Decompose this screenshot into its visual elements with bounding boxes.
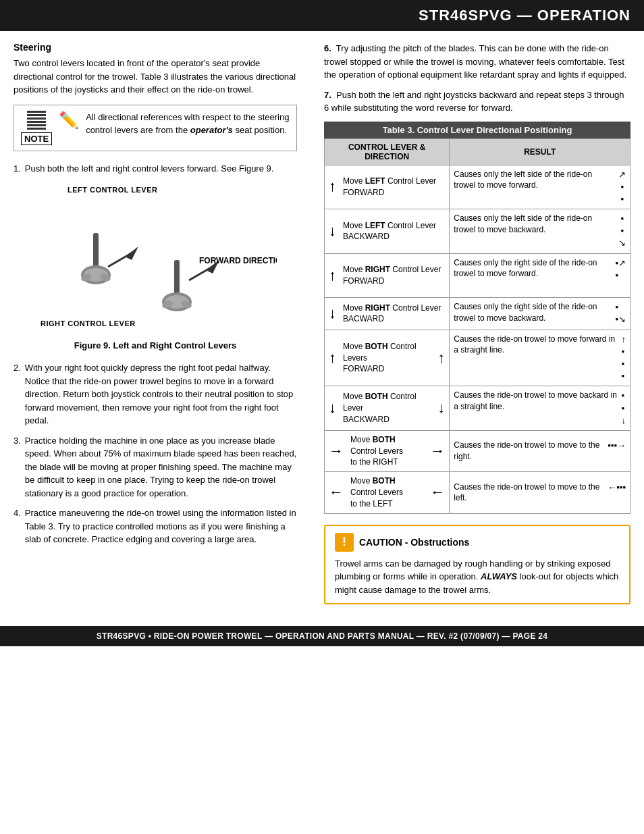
- control-table: Table 3. Control Lever Directional Posit…: [324, 122, 630, 514]
- svg-rect-0: [93, 233, 99, 270]
- step-4: 4. Practice maneuvering the ride-on trow…: [14, 506, 297, 546]
- steering-heading: Steering: [14, 42, 297, 53]
- lever-cell-1: ↑ Move LEFT Control LeverFORWARD: [325, 165, 450, 209]
- table-row: ↓ Move LEFT Control LeverBACKWARD Causes…: [325, 209, 630, 254]
- caution-icon: !: [335, 533, 354, 552]
- lever-cell-2: ↓ Move LEFT Control LeverBACKWARD: [325, 209, 450, 254]
- result-cell-1: Causes only the left side of the ride-on…: [450, 165, 630, 209]
- step-1: 1. Push both the left and right control …: [14, 162, 297, 176]
- step-3: 3. Practice holding the machine in one p…: [14, 434, 297, 500]
- page-content: Steering Two control levers located in f…: [0, 31, 644, 615]
- table-col2: RESULT: [450, 138, 630, 165]
- result-cell-4: Causes only the right side of the ride-o…: [450, 298, 630, 330]
- caution-header: ! CAUTION - Obstructions: [335, 533, 620, 552]
- lever-text-3: Move RIGHT Control LeverFORWARD: [343, 264, 441, 287]
- result-cell-8: Causes the ride-on trowel to move to the…: [450, 472, 630, 513]
- result-text-8: Causes the ride-on trowel to move to the…: [454, 481, 605, 504]
- step-7-text: Push both the left and right joysticks b…: [324, 90, 624, 113]
- result-text-1: Causes only the left side of the ride-on…: [454, 169, 616, 192]
- result-cell-6: Causes the ride-on trowel to move backar…: [450, 386, 630, 431]
- lever-cell-7: → Move BOTH Control Leversto the RIGHT →: [325, 430, 450, 471]
- step-2-text: With your right foot quickly depress the…: [25, 361, 297, 427]
- result-icon-6: ▪▪↓: [622, 390, 626, 427]
- lever-cell-5: ↑ Move BOTH Control LeversFORWARD ↑: [325, 330, 450, 386]
- step-1-text: Push both the left and right control lev…: [25, 162, 274, 176]
- note-text: All directional references with respect …: [86, 111, 290, 137]
- intro-text: Two control levers located in front of t…: [14, 57, 297, 97]
- figure-9-svg: FORWARD DIRECTION: [34, 186, 277, 334]
- lever-text-8: Move BOTH Control Leversto the LEFT: [350, 475, 423, 509]
- page-footer: STR46SPVG • RIDE-ON POWER TROWEL — OPERA…: [0, 626, 644, 646]
- lever-cell-6: ↓ Move BOTH Control LeverBACKWARD ↓: [325, 386, 450, 431]
- note-word: NOTE: [21, 132, 52, 145]
- lever-cell-8: ← Move BOTH Control Leversto the LEFT ←: [325, 472, 450, 513]
- note-lines: [27, 111, 46, 130]
- table-row: ↑ Move RIGHT Control LeverFORWARD Causes…: [325, 253, 630, 298]
- step-6-text: Try adjusting the pitch of the blades. T…: [324, 43, 626, 80]
- result-text-6: Causes the ride-on trowel to move backar…: [454, 390, 618, 413]
- figure-9-inner: LEFT CONTROL LEVER: [34, 186, 277, 334]
- result-icon-1: ↗ ▪ ▪: [618, 169, 626, 206]
- table-row: ↓ Move BOTH Control LeverBACKWARD ↓ Caus…: [325, 386, 630, 431]
- svg-text:FORWARD DIRECTION: FORWARD DIRECTION: [199, 256, 277, 265]
- step-3-num: 3.: [14, 434, 21, 500]
- note-label-area: NOTE: [21, 111, 52, 145]
- result-cell-5: Causes the ride-on trowel to move forwar…: [450, 330, 630, 386]
- figure-9-area: LEFT CONTROL LEVER: [14, 186, 297, 350]
- step-4-num: 4.: [14, 506, 21, 546]
- step-6: 6. Try adjusting the pitch of the blades…: [324, 42, 630, 82]
- result-icon-2: ▪ ▪↘: [618, 213, 626, 250]
- lever-text-7: Move BOTH Control Leversto the RIGHT: [350, 434, 423, 468]
- step-4-text: Practice maneuvering the ride-on trowel …: [25, 506, 297, 546]
- table-row: ↑ Move BOTH Control LeversFORWARD ↑ Caus…: [325, 330, 630, 386]
- svg-line-6: [108, 252, 134, 267]
- steps-list-2: 2. With your right foot quickly depress …: [14, 361, 297, 546]
- note-line-3: [27, 118, 46, 120]
- table-caption: Table 3. Control Lever Directional Posit…: [324, 122, 630, 138]
- table-col1: CONTROL LEVER & DIRECTION: [325, 138, 450, 165]
- result-cell-3: Causes only the right side of the ride-o…: [450, 253, 630, 298]
- note-line-4: [27, 121, 46, 123]
- svg-rect-7: [174, 260, 180, 297]
- result-icon-8: ←▪▪▪: [608, 481, 626, 494]
- table-row: ↑ Move LEFT Control LeverFORWARD Causes …: [325, 165, 630, 209]
- table-row: → Move BOTH Control Leversto the RIGHT →…: [325, 430, 630, 471]
- footer-text: STR46SPVG • RIDE-ON POWER TROWEL — OPERA…: [97, 631, 548, 641]
- page-header: STR46SPVG — OPERATION: [0, 0, 644, 31]
- lever-text-2: Move LEFT Control LeverBACKWARD: [343, 220, 436, 243]
- lever-text-1: Move LEFT Control LeverFORWARD: [343, 176, 436, 199]
- result-icon-7: ▪▪▪→: [608, 440, 626, 452]
- result-icon-3: ▪↗▪: [615, 257, 626, 294]
- note-line-6: [27, 128, 46, 130]
- figure-label-left: LEFT CONTROL LEVER: [68, 186, 157, 194]
- note-box: NOTE ✏️ All directional references with …: [14, 105, 297, 151]
- left-column: Steering Two control levers located in f…: [0, 31, 311, 615]
- result-text-7: Causes the ride-on trowel to move to the…: [454, 440, 605, 463]
- step-2-num: 2.: [14, 361, 21, 427]
- note-line-1: [27, 111, 46, 113]
- caution-heading: CAUTION - Obstructions: [359, 537, 469, 548]
- lever-cell-4: ↓ Move RIGHT Control LeverBACWARD: [325, 298, 450, 330]
- pencil-icon: ✏️: [59, 111, 79, 130]
- figure-caption: Figure 9. Left and Right Control Levers: [14, 340, 297, 350]
- caution-text: Trowel arms can be damaged by rough hand…: [335, 557, 620, 597]
- result-icon-5: ↑▪▪▪: [622, 334, 626, 383]
- step-7: 7. Push both the left and right joystick…: [324, 88, 630, 115]
- result-text-2: Causes only the left side of the ride-on…: [454, 213, 616, 236]
- result-text-3: Causes only the right side of the ride-o…: [454, 257, 612, 280]
- lever-cell-3: ↑ Move RIGHT Control LeverFORWARD: [325, 253, 450, 298]
- result-text-5: Causes the ride-on trowel to move forwar…: [454, 334, 618, 357]
- table-row: ↓ Move RIGHT Control LeverBACWARD Causes…: [325, 298, 630, 330]
- header-title: STR46SPVG — OPERATION: [419, 7, 630, 24]
- step-2: 2. With your right foot quickly depress …: [14, 361, 297, 427]
- caution-box: ! CAUTION - Obstructions Trowel arms can…: [324, 525, 630, 605]
- lever-text-5: Move BOTH Control LeversFORWARD: [343, 341, 431, 375]
- steps-list: 1. Push both the left and right control …: [14, 162, 297, 176]
- note-line-2: [27, 114, 46, 116]
- result-cell-2: Causes only the left side of the ride-on…: [450, 209, 630, 254]
- step-3-text: Practice holding the machine in one plac…: [25, 434, 297, 500]
- svg-line-13: [189, 265, 215, 280]
- note-line-5: [27, 124, 46, 126]
- lever-text-4: Move RIGHT Control LeverBACWARD: [343, 303, 441, 325]
- result-text-4: Causes only the right side of the ride-o…: [454, 301, 612, 324]
